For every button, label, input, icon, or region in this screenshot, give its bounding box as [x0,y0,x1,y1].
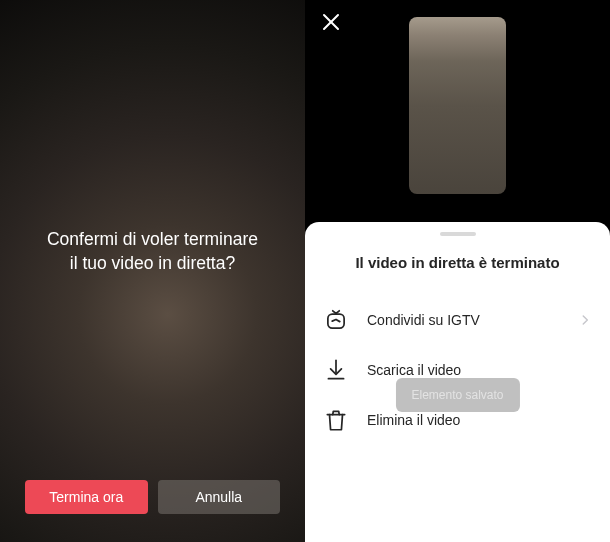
action-sheet: Il video in diretta è terminato Condivid… [305,222,610,542]
close-icon[interactable] [319,10,343,34]
confirm-button-row: Termina ora Annulla [25,480,280,514]
post-live-screen: Il video in diretta è terminato Condivid… [305,0,610,542]
delete-video-label: Elimina il video [367,412,460,428]
confirm-line-2: il tuo video in diretta? [70,253,235,273]
share-igtv-label: Condividi su IGTV [367,312,480,328]
trash-icon [323,407,349,433]
download-icon [323,357,349,383]
confirm-end-live-dialog: Confermi di voler terminare il tuo video… [0,0,305,542]
sheet-title: Il video in diretta è terminato [305,254,610,271]
svg-rect-2 [328,314,344,328]
sheet-grabber[interactable] [440,232,476,236]
download-video-item[interactable]: Scarica il video [305,345,610,395]
video-thumbnail[interactable] [409,17,506,194]
share-igtv-item[interactable]: Condividi su IGTV [305,295,610,345]
confirm-message: Confermi di voler terminare il tuo video… [0,228,305,275]
confirm-line-1: Confermi di voler terminare [47,229,258,249]
cancel-button[interactable]: Annulla [158,480,281,514]
end-now-button[interactable]: Termina ora [25,480,148,514]
delete-video-item[interactable]: Elimina il video [305,395,610,445]
download-video-label: Scarica il video [367,362,461,378]
igtv-icon [323,307,349,333]
chevron-right-icon [578,313,592,327]
